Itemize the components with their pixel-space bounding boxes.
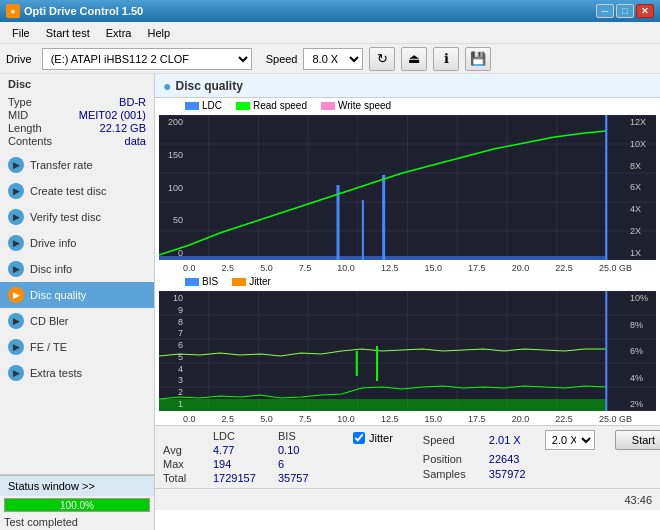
bis-legend-item: BIS <box>185 276 218 287</box>
samples-label: Samples <box>423 468 483 480</box>
create-test-disc-icon: ▶ <box>8 183 24 199</box>
main-layout: Disc Type BD-R MID MEIT02 (001) Length 2… <box>0 74 660 530</box>
stats-main: LDC BIS Avg 4.77 0.10 Max 194 6 Total 17… <box>163 430 333 484</box>
position-value: 22643 <box>489 453 520 465</box>
eject-button[interactable]: ⏏ <box>401 47 427 71</box>
ldc-legend-label: LDC <box>202 100 222 111</box>
stats-headers: LDC BIS <box>163 430 333 442</box>
disc-info: Type BD-R MID MEIT02 (001) Length 22.12 … <box>0 92 154 152</box>
samples-row: Samples 357972 <box>423 468 595 480</box>
chart1: 200 150 100 50 0 12X 10X 8X 6X 4X 2X 1X <box>159 115 656 260</box>
sidebar-item-create-test-disc[interactable]: ▶ Create test disc <box>0 178 154 204</box>
ldc-legend-color <box>185 102 199 110</box>
max-label: Max <box>163 458 203 470</box>
disc-mid-label: MID <box>8 109 28 121</box>
position-row: Position 22643 <box>423 453 595 465</box>
svg-marker-38 <box>159 399 606 411</box>
max-bis-value: 6 <box>278 458 333 470</box>
avg-ldc-value: 4.77 <box>213 444 268 456</box>
sidebar: Disc Type BD-R MID MEIT02 (001) Length 2… <box>0 74 155 530</box>
fe-te-icon: ▶ <box>8 339 24 355</box>
bis-col-header: BIS <box>278 430 333 442</box>
bis-legend-label: BIS <box>202 276 218 287</box>
drive-info-icon: ▶ <box>8 235 24 251</box>
save-button[interactable]: 💾 <box>465 47 491 71</box>
disc-section-title: Disc <box>0 74 154 92</box>
status-window-button[interactable]: Status window >> <box>0 475 154 496</box>
speed-stat-select[interactable]: 2.0 X <box>545 430 595 450</box>
sidebar-item-drive-info[interactable]: ▶ Drive info <box>0 230 154 256</box>
jitter-legend-color <box>232 278 246 286</box>
extra-tests-icon: ▶ <box>8 365 24 381</box>
drive-select[interactable]: (E:) ATAPI iHBS112 2 CLOF <box>42 48 252 70</box>
disc-mid-value: MEIT02 (001) <box>79 109 146 121</box>
progress-bar: 100.0% <box>4 498 150 512</box>
total-ldc-value: 1729157 <box>213 472 268 484</box>
chart-title: Disc quality <box>175 79 242 93</box>
disc-mid-row: MID MEIT02 (001) <box>8 109 146 121</box>
menubar: File Start test Extra Help <box>0 22 660 44</box>
disc-type-label: Type <box>8 96 32 108</box>
test-completed-label: Test completed <box>0 514 154 530</box>
sidebar-item-cd-bler[interactable]: ▶ CD Bler <box>0 308 154 334</box>
jitter-checkbox[interactable] <box>353 432 365 444</box>
y2-labels-right: 10% 8% 6% 4% 2% <box>630 291 654 411</box>
app-title: Opti Drive Control 1.50 <box>24 5 596 17</box>
write-speed-legend-label: Write speed <box>338 100 391 111</box>
maximize-button[interactable]: □ <box>616 4 634 18</box>
refresh-button[interactable]: ↻ <box>369 47 395 71</box>
sidebar-item-fe-te[interactable]: ▶ FE / TE <box>0 334 154 360</box>
drive-label: Drive <box>6 53 32 65</box>
ldc-legend-item: LDC <box>185 100 222 111</box>
minimize-button[interactable]: ─ <box>596 4 614 18</box>
disc-contents-label: Contents <box>8 135 52 147</box>
y1-labels-left: 200 150 100 50 0 <box>161 115 183 260</box>
chart2-legend: BIS Jitter <box>155 274 660 289</box>
max-ldc-value: 194 <box>213 458 268 470</box>
start-button[interactable]: Start <box>615 430 660 450</box>
app-icon: ● <box>6 4 20 18</box>
menu-extra[interactable]: Extra <box>98 25 140 41</box>
close-button[interactable]: ✕ <box>636 4 654 18</box>
sidebar-item-verify-test-disc[interactable]: ▶ Verify test disc <box>0 204 154 230</box>
position-label: Position <box>423 453 483 465</box>
speed-select[interactable]: 8.0 X <box>303 48 363 70</box>
stats-bar: LDC BIS Avg 4.77 0.10 Max 194 6 Total 17… <box>155 425 660 488</box>
menu-file[interactable]: File <box>4 25 38 41</box>
info-button[interactable]: ℹ <box>433 47 459 71</box>
stats-right: Speed 2.01 X 2.0 X Position 22643 Sample… <box>423 430 595 480</box>
y2-labels-left: 10 9 8 7 6 5 4 3 2 1 <box>161 291 183 411</box>
chart1-legend: LDC Read speed Write speed <box>155 98 660 113</box>
speed-label: Speed <box>266 53 298 65</box>
disc-length-label: Length <box>8 122 42 134</box>
sidebar-item-extra-tests[interactable]: ▶ Extra tests <box>0 360 154 386</box>
sidebar-item-transfer-rate[interactable]: ▶ Transfer rate <box>0 152 154 178</box>
time-display: 43:46 <box>624 494 656 506</box>
jitter-legend-item: Jitter <box>232 276 271 287</box>
svg-rect-19 <box>362 200 364 260</box>
disc-quality-icon: ▶ <box>8 287 24 303</box>
stats-total-row: Total 1729157 35757 <box>163 472 333 484</box>
chart-header: ● Disc quality <box>155 74 660 98</box>
menu-help[interactable]: Help <box>139 25 178 41</box>
stats-max-row: Max 194 6 <box>163 458 333 470</box>
drivebar: Drive (E:) ATAPI iHBS112 2 CLOF Speed 8.… <box>0 44 660 74</box>
menu-start-test[interactable]: Start test <box>38 25 98 41</box>
transfer-rate-icon: ▶ <box>8 157 24 173</box>
speed-row: Speed 2.01 X 2.0 X <box>423 430 595 450</box>
status-section: Status window >> 100.0% Test completed <box>0 474 154 530</box>
write-speed-legend-item: Write speed <box>321 100 391 111</box>
sidebar-item-disc-quality[interactable]: ▶ Disc quality <box>0 282 154 308</box>
progress-text: 100.0% <box>5 499 149 511</box>
disc-length-value: 22.12 GB <box>100 122 146 134</box>
speed-stat-value: 2.01 X <box>489 434 539 446</box>
chart1-svg <box>159 115 656 260</box>
total-bis-value: 35757 <box>278 472 333 484</box>
avg-bis-value: 0.10 <box>278 444 333 456</box>
sidebar-item-disc-info[interactable]: ▶ Disc info <box>0 256 154 282</box>
cd-bler-icon: ▶ <box>8 313 24 329</box>
content-area: ● Disc quality LDC Read speed Write spee… <box>155 74 660 530</box>
read-speed-legend-color <box>236 102 250 110</box>
samples-value: 357972 <box>489 468 526 480</box>
disc-info-icon: ▶ <box>8 261 24 277</box>
